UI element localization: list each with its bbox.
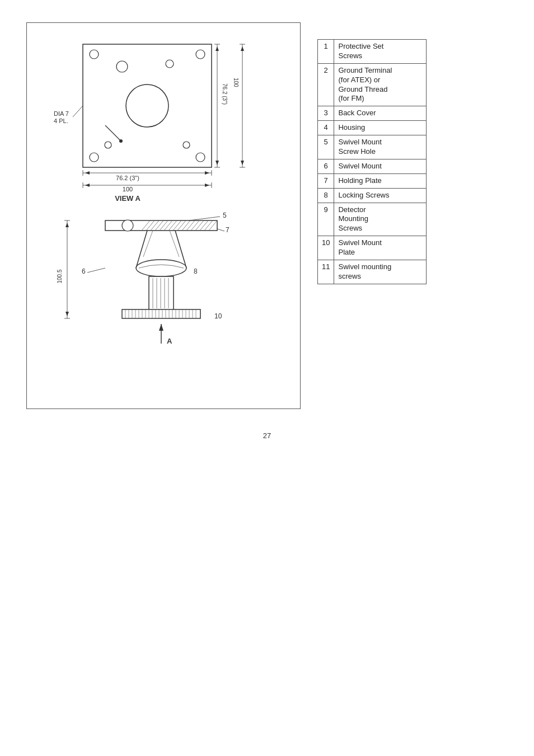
- table-row: 7Holding Plate: [318, 173, 427, 188]
- page-number: 27: [263, 431, 271, 440]
- part-number: 11: [318, 260, 334, 284]
- label-10: 10: [214, 312, 222, 320]
- svg-line-43: [177, 220, 186, 231]
- svg-point-9: [183, 142, 190, 148]
- table-row: 8Locking Screws: [318, 188, 427, 203]
- part-name: Swivel MountPlate: [334, 236, 427, 260]
- part-number: 2: [318, 63, 334, 106]
- main-content: DIA 7 4 PL. 76.2 (3") 100: [26, 22, 508, 409]
- svg-line-35: [142, 220, 150, 231]
- table-row: 10Swivel MountPlate: [318, 236, 427, 260]
- part-number: 3: [318, 106, 334, 121]
- label-7: 7: [226, 226, 229, 234]
- table-row: 5Swivel MountScrew Hole: [318, 135, 427, 159]
- svg-line-42: [173, 220, 181, 231]
- svg-rect-0: [83, 44, 212, 167]
- svg-line-48: [200, 220, 208, 231]
- part-name: Swivel Mount: [334, 159, 427, 173]
- view-a-label: VIEW A: [115, 194, 140, 203]
- svg-marker-89: [159, 324, 163, 331]
- svg-line-37: [151, 220, 159, 231]
- svg-point-11: [119, 139, 123, 143]
- part-number: 7: [318, 173, 334, 188]
- 4pl-label: 4 PL.: [54, 118, 68, 124]
- label-8: 8: [194, 267, 198, 275]
- svg-point-6: [126, 84, 168, 127]
- svg-line-52: [217, 229, 224, 231]
- part-number: 9: [318, 203, 334, 236]
- part-number: 4: [318, 121, 334, 135]
- svg-line-55: [143, 231, 153, 257]
- part-name: Locking Screws: [334, 188, 427, 203]
- dim-100-vert: 100: [233, 78, 239, 87]
- table-row: 2Ground Terminal(for ATEX) orGround Thre…: [318, 63, 427, 106]
- part-number: 6: [318, 159, 334, 173]
- svg-marker-21: [241, 46, 244, 51]
- svg-point-2: [196, 50, 205, 59]
- svg-line-47: [195, 220, 204, 231]
- table-row: 1Protective SetScrews: [318, 40, 427, 64]
- dim-100-horiz: 100: [123, 186, 133, 192]
- svg-point-8: [105, 142, 111, 148]
- part-name: Housing: [334, 121, 427, 135]
- svg-line-12: [73, 106, 83, 117]
- part-name: Holding Plate: [334, 173, 427, 188]
- table-row: 4Housing: [318, 121, 427, 135]
- parts-table: 1Protective SetScrews2Ground Terminal(fo…: [317, 39, 427, 284]
- svg-line-58: [87, 268, 105, 273]
- svg-line-45: [186, 220, 195, 231]
- table-row: 3Back Cover: [318, 106, 427, 121]
- svg-line-50: [209, 220, 217, 231]
- part-number: 8: [318, 188, 334, 203]
- svg-marker-32: [205, 184, 209, 187]
- svg-marker-31: [85, 184, 90, 187]
- svg-marker-94: [65, 312, 69, 316]
- svg-line-33: [189, 217, 220, 220]
- svg-line-39: [160, 220, 168, 231]
- svg-line-10: [105, 125, 121, 141]
- label-6: 6: [82, 267, 86, 275]
- diagram-svg: DIA 7 4 PL. 76.2 (3") 100: [49, 33, 290, 397]
- svg-point-5: [116, 61, 128, 72]
- svg-line-46: [191, 220, 199, 231]
- parts-table-container: 1Protective SetScrews2Ground Terminal(fo…: [317, 22, 427, 284]
- svg-line-41: [168, 220, 177, 231]
- dim-762-horiz: 76.2 (3"): [116, 175, 139, 181]
- label-5: 5: [223, 212, 227, 219]
- svg-point-4: [196, 153, 205, 162]
- svg-line-40: [164, 220, 172, 231]
- svg-rect-59: [149, 276, 174, 310]
- table-row: 9DetectorMountingScrews: [318, 203, 427, 236]
- svg-marker-93: [65, 223, 69, 227]
- svg-marker-27: [205, 171, 209, 175]
- part-name: Ground Terminal(for ATEX) orGround Threa…: [334, 63, 427, 106]
- svg-point-3: [90, 153, 99, 162]
- svg-point-1: [90, 50, 99, 59]
- part-name: Swivel MountScrew Hole: [334, 135, 427, 159]
- diagram-box: DIA 7 4 PL. 76.2 (3") 100: [26, 22, 301, 409]
- part-name: DetectorMountingScrews: [334, 203, 427, 236]
- dia-label: DIA 7: [54, 110, 69, 117]
- part-number: 5: [318, 135, 334, 159]
- svg-point-51: [122, 220, 133, 231]
- label-A-arrow: A: [167, 337, 172, 345]
- svg-rect-65: [122, 309, 200, 318]
- svg-line-56: [170, 231, 179, 257]
- table-row: 11Swivel mountingscrews: [318, 260, 427, 284]
- part-number: 1: [318, 40, 334, 64]
- part-name: Back Cover: [334, 106, 427, 121]
- svg-line-36: [146, 220, 154, 231]
- svg-line-38: [155, 220, 163, 231]
- table-row: 6Swivel Mount: [318, 159, 427, 173]
- svg-marker-17: [216, 161, 219, 165]
- svg-line-49: [204, 220, 213, 231]
- dim-1005: 100.5: [57, 269, 63, 283]
- svg-marker-22: [241, 161, 244, 165]
- svg-point-57: [136, 260, 186, 276]
- svg-line-44: [182, 220, 190, 231]
- part-name: Swivel mountingscrews: [334, 260, 427, 284]
- svg-marker-26: [85, 171, 90, 175]
- dim-762-vert: 76.2 (3"): [222, 83, 228, 105]
- part-number: 10: [318, 236, 334, 260]
- svg-marker-16: [216, 46, 219, 51]
